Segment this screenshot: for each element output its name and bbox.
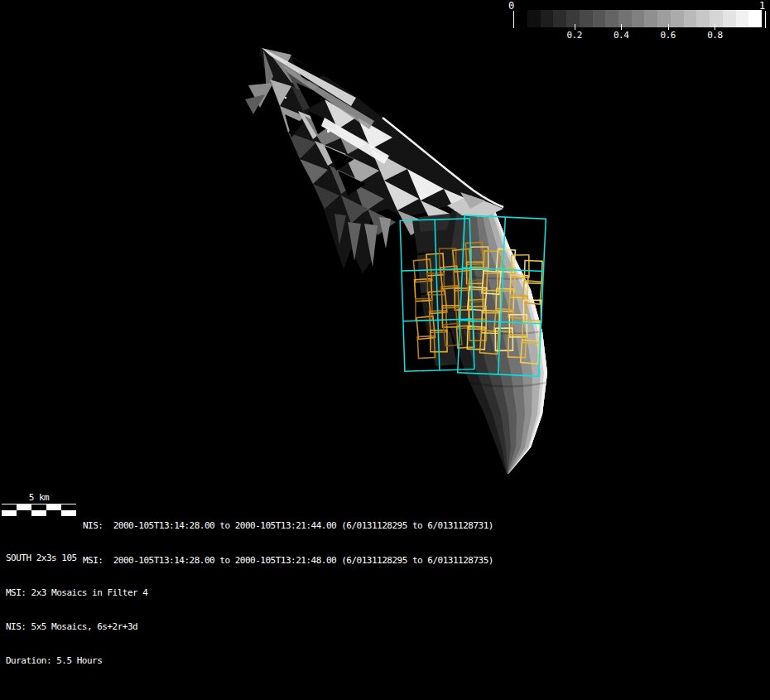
colorbar-tick-label: 0.8	[707, 30, 722, 41]
scale-checker-cell	[2, 510, 17, 516]
scale-checker-cell	[46, 504, 61, 510]
colorbar-tick-mark	[621, 24, 622, 30]
visualization-canvas: 0 1 0.2 0.4 0.6 0.8 5 km NIS: 2000-105T1…	[0, 0, 770, 700]
colorbar: 0 1 0.2 0.4 0.6 0.8	[505, 0, 770, 45]
scale-checker-cell	[31, 504, 46, 510]
scale-checker-cell	[2, 504, 17, 510]
colorbar-zero-tickline	[513, 11, 514, 28]
colorbar-tick-label: 0.6	[661, 30, 676, 41]
scale-checkerboard	[2, 504, 76, 516]
scale-bar: 5 km	[2, 493, 76, 516]
colorbar-min-label: 0	[508, 0, 514, 12]
msi-mosaic-info: MSI: 2x3 Mosaics in Filter 4	[6, 587, 147, 599]
scale-checker-cell	[61, 510, 76, 516]
colorbar-tick-label: 0.2	[566, 30, 581, 41]
scale-checker-cell	[31, 510, 46, 516]
colorbar-tick-mark	[668, 24, 669, 30]
nis-mosaic-info: NIS: 5x5 Mosaics, 6s+2r+3d	[6, 621, 147, 633]
colorbar-one-tickline	[765, 11, 766, 28]
colorbar-tick-label: 0.4	[614, 30, 628, 41]
scale-checker-cell	[61, 504, 76, 510]
scale-label: 5 km	[2, 493, 76, 503]
colorbar-tick-mark	[715, 24, 715, 30]
duration-info: Duration: 5.5 Hours	[6, 655, 147, 667]
scale-checker-cell	[17, 504, 31, 510]
colorbar-gradient	[527, 10, 762, 27]
scale-checker-cell	[17, 510, 31, 516]
sequence-info: SOUTH 2x3s 105 MSI: 2x3 Mosaics in Filte…	[6, 530, 147, 689]
sequence-title: SOUTH 2x3s 105	[6, 553, 147, 564]
colorbar-tick-mark	[575, 24, 575, 30]
scale-checker-cell	[46, 510, 61, 516]
